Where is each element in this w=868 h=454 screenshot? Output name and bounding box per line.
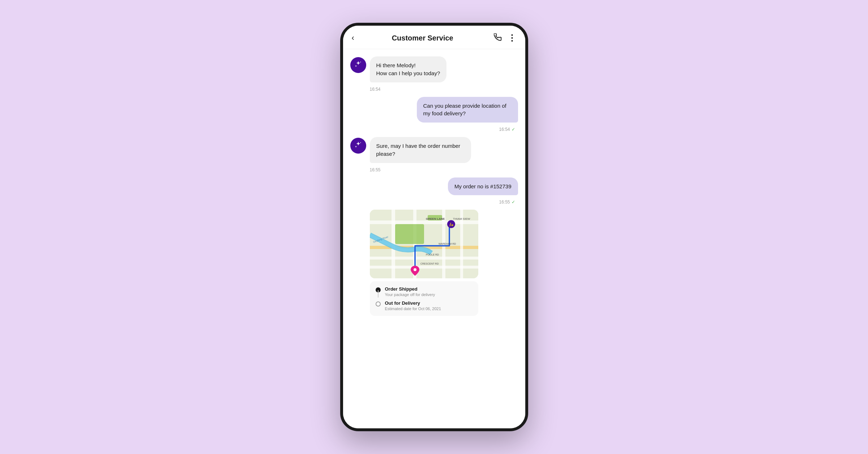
timestamp-1: 16:54: [370, 87, 518, 92]
status-item-delivery: Out for Delivery Estimated date for Oct …: [376, 300, 473, 311]
message-row: Sure, may I have the order number please…: [350, 137, 518, 163]
status-text-delivery: Out for Delivery Estimated date for Oct …: [385, 300, 441, 311]
status-connector: [378, 290, 379, 297]
bot-avatar: [350, 138, 366, 154]
svg-text:THIAM SIEW: THIAM SIEW: [453, 217, 470, 220]
timestamp-4: 16:55✓: [350, 200, 515, 205]
bot-bubble: Sure, may I have the order number please…: [370, 137, 471, 163]
message-row: Hi there Melody!How can I help you today…: [350, 56, 518, 82]
message-row: My order no is #152739: [350, 177, 518, 196]
read-check: ✓: [512, 127, 515, 132]
svg-text:CRESCENT RD: CRESCENT RD: [420, 262, 439, 265]
bot-bubble: Hi there Melody!How can I help you today…: [370, 56, 447, 82]
svg-point-14: [414, 268, 416, 271]
status-item-shipped: Order Shipped Your package off for deliv…: [376, 286, 473, 297]
status-subtitle: Your package off for delivery: [385, 292, 435, 297]
chat-header: ‹ Customer Service ⋮: [343, 26, 525, 49]
user-bubble: Can you please provide location of my fo…: [417, 97, 518, 123]
svg-text:GREEN LANE: GREEN LANE: [426, 217, 445, 220]
delivery-map: 🛵 GREEN LANE THIAM SIEW Geylang River WA…: [370, 210, 478, 278]
svg-text:🛵: 🛵: [449, 222, 454, 227]
sparkle-icon: [354, 60, 362, 70]
status-text-shipped: Order Shipped Your package off for deliv…: [385, 286, 435, 297]
status-title: Out for Delivery: [385, 300, 441, 306]
sparkle-icon: [354, 141, 362, 151]
read-check: ✓: [512, 200, 515, 205]
phone-frame: ‹ Customer Service ⋮: [340, 23, 528, 431]
header-title: Customer Service: [351, 34, 494, 42]
timestamp-2: 16:54✓: [350, 127, 515, 132]
timestamp-3: 16:55: [370, 167, 518, 172]
delivery-status-panel: Order Shipped Your package off for deliv…: [370, 281, 478, 316]
status-subtitle: Estimated date for Oct 06, 2021: [385, 307, 441, 311]
bot-avatar: [350, 57, 366, 73]
user-bubble: My order no is #152739: [448, 177, 518, 196]
svg-text:WAREHAM RD: WAREHAM RD: [439, 243, 456, 245]
message-row: Can you please provide location of my fo…: [350, 97, 518, 123]
svg-text:POOLE RD: POOLE RD: [426, 253, 439, 256]
call-button[interactable]: [494, 33, 502, 43]
status-dot-empty: [376, 301, 381, 307]
more-options-button[interactable]: ⋮: [508, 33, 517, 43]
header-icons: ⋮: [494, 33, 517, 43]
chat-area: Hi there Melody!How can I help you today…: [343, 49, 525, 428]
svg-rect-9: [395, 224, 424, 244]
status-title: Order Shipped: [385, 286, 435, 292]
